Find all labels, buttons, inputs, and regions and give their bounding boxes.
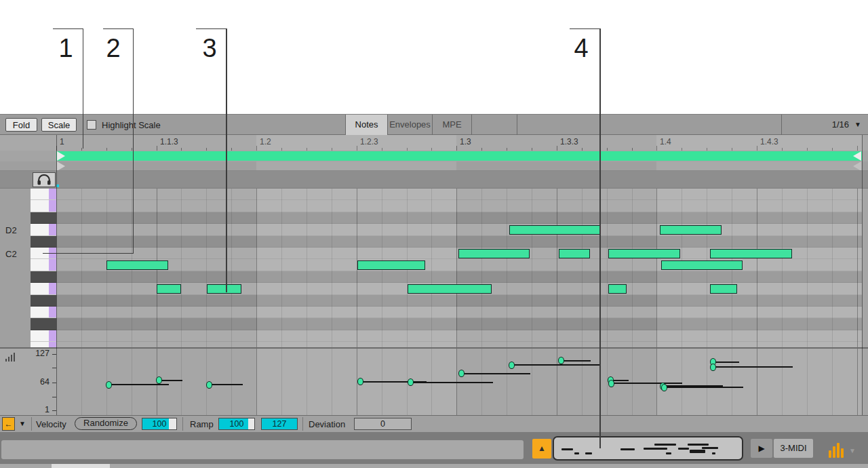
piano-key-white[interactable]: [31, 224, 56, 235]
beat-band: [656, 349, 862, 415]
velocity-duration-line: [461, 373, 530, 374]
ramp-start-slider[interactable]: 100: [218, 418, 255, 430]
piano-key-white[interactable]: [31, 330, 56, 342]
gridline: [656, 349, 657, 415]
loop-bar[interactable]: [56, 151, 862, 161]
annotation-bracket-top: [53, 28, 83, 30]
midi-note[interactable]: [157, 284, 181, 294]
mini-note: [620, 448, 635, 450]
midi-note[interactable]: [458, 249, 530, 258]
piano-key-white[interactable]: [31, 200, 56, 212]
velocity-marker[interactable]: [206, 381, 212, 389]
loop-start-marker[interactable]: [57, 151, 65, 161]
grid-left-edge: [56, 135, 57, 415]
note-grid[interactable]: [56, 189, 862, 347]
velocity-marker[interactable]: [558, 357, 564, 364]
randomize-amount-slider[interactable]: 100: [142, 418, 177, 430]
mini-note: [688, 444, 709, 446]
gridline: [281, 349, 282, 415]
ruler-label: 1.3.3: [560, 137, 578, 147]
midi-note[interactable]: [207, 284, 241, 294]
velocity-lane-icon[interactable]: [5, 353, 18, 362]
midi-note[interactable]: [106, 260, 168, 270]
midi-note[interactable]: [710, 284, 737, 294]
annotation-number-3: 3: [195, 34, 224, 63]
gridline: [832, 349, 833, 415]
tab-spacer: [471, 115, 517, 135]
velocity-marker[interactable]: [156, 376, 162, 384]
velocity-duration-line: [159, 380, 182, 381]
clip-end-flag[interactable]: [853, 161, 861, 171]
gridline: [857, 349, 858, 415]
gridline: [231, 349, 232, 415]
gridline: [607, 189, 608, 347]
deviation-value-box[interactable]: 0: [354, 418, 412, 430]
scrub-area[interactable]: [0, 161, 868, 171]
piano-key-white[interactable]: [31, 189, 56, 200]
pitch-label: C2: [5, 249, 17, 259]
highlight-scale-checkbox[interactable]: [87, 120, 96, 130]
gridline: [632, 189, 633, 347]
piano-key-white[interactable]: [31, 307, 56, 318]
midi-note[interactable]: [710, 249, 792, 258]
piano-key-black[interactable]: [31, 212, 56, 224]
velocity-marker[interactable]: [509, 362, 515, 369]
ruler-tick: [456, 146, 457, 151]
key-color-strip: [49, 283, 56, 294]
midi-note[interactable]: [559, 249, 590, 258]
velocity-lane[interactable]: [56, 349, 862, 415]
clip-start-flag[interactable]: [57, 161, 65, 171]
meter-bar: [5, 359, 7, 362]
randomize-button[interactable]: Randomize: [75, 417, 137, 430]
level-meter-icon[interactable]: [829, 442, 846, 458]
draw-mode-button[interactable]: ←: [2, 417, 15, 431]
midi-note[interactable]: [661, 260, 743, 270]
midi-note[interactable]: [509, 225, 600, 235]
ruler-label: 1.1.3: [160, 137, 178, 147]
gridline: [231, 189, 232, 347]
play-button[interactable]: ▶: [751, 439, 772, 458]
piano-keys[interactable]: [31, 189, 56, 347]
annotation-number-1: 1: [51, 34, 81, 63]
piano-key-white[interactable]: [31, 283, 56, 294]
midi-note[interactable]: [660, 225, 722, 235]
piano-key-black[interactable]: [31, 236, 56, 248]
velocity-marker[interactable]: [458, 370, 465, 377]
velocity-marker[interactable]: [710, 364, 716, 371]
tab-notes[interactable]: Notes: [345, 115, 387, 135]
velocity-marker[interactable]: [608, 380, 614, 387]
velocity-label: Velocity: [36, 419, 66, 429]
alert-button[interactable]: ▲: [532, 439, 551, 459]
clip-overview[interactable]: [553, 436, 743, 461]
ramp-end-slider[interactable]: 127: [261, 418, 298, 430]
midi-note[interactable]: [408, 284, 492, 294]
randomize-amount-value: 100: [142, 418, 176, 429]
midi-note[interactable]: [608, 249, 680, 258]
piano-key-black[interactable]: [31, 271, 56, 283]
velocity-marker[interactable]: [106, 381, 112, 389]
tab-mpe[interactable]: MPE: [432, 115, 471, 135]
tab-envelopes[interactable]: Envelopes: [387, 115, 432, 135]
velocity-duration-line: [713, 366, 793, 368]
scale-button[interactable]: Scale: [41, 118, 77, 132]
piano-key-white[interactable]: [31, 248, 56, 259]
clip-name-badge[interactable]: 3-MIDI: [774, 439, 813, 458]
velocity-marker[interactable]: [357, 378, 363, 385]
piano-key-white[interactable]: [31, 259, 56, 271]
divider: [302, 417, 303, 431]
velocity-marker[interactable]: [661, 384, 667, 391]
piano-key-black[interactable]: [31, 295, 56, 307]
piano-key-white[interactable]: [31, 342, 56, 347]
key-color-strip: [49, 200, 56, 211]
midi-note[interactable]: [608, 284, 627, 294]
mini-note: [666, 452, 671, 454]
time-ruler[interactable]: 11.1.31.21.2.31.31.3.31.41.4.3: [0, 135, 868, 151]
preview-headphones-button[interactable]: [33, 172, 56, 187]
midi-note[interactable]: [357, 260, 425, 270]
meter-dropdown-icon[interactable]: ▼: [849, 447, 856, 454]
grid-resolution-control[interactable]: 1/16 ▼: [781, 115, 868, 135]
fold-button[interactable]: Fold: [5, 118, 37, 132]
piano-key-black[interactable]: [31, 318, 56, 330]
mode-dropdown-icon[interactable]: ▼: [19, 420, 26, 427]
loop-end-marker[interactable]: [853, 151, 861, 161]
